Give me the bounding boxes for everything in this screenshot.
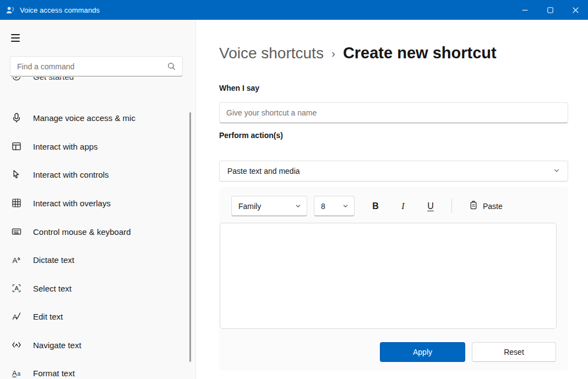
font-size-value: 8	[321, 202, 325, 211]
action-select[interactable]: Paste text and media	[219, 161, 568, 182]
sidebar-item-format-text[interactable]: A a Format text	[2, 360, 189, 379]
chevron-down-icon	[553, 167, 560, 175]
sidebar-scrollbar-thumb[interactable]	[189, 112, 191, 362]
sidebar-item-label: Interact with apps	[33, 142, 98, 151]
titlebar: Voice access commands	[0, 0, 588, 20]
edit-text-icon: A	[11, 311, 22, 322]
maximize-icon	[547, 7, 553, 13]
search-input[interactable]	[10, 62, 167, 71]
svg-text:A: A	[14, 285, 19, 292]
font-size-select[interactable]: 8	[314, 196, 355, 216]
svg-text:A: A	[12, 313, 17, 321]
sidebar-item-manage-voice-access[interactable]: Manage voice access & mic	[2, 105, 189, 131]
maximize-button[interactable]	[537, 0, 563, 20]
svg-text:a: a	[17, 371, 20, 377]
cursor-icon	[11, 169, 22, 180]
sidebar-item-label: Select text	[33, 284, 72, 293]
navigate-text-icon	[11, 339, 22, 350]
main-content: Voice shortcuts › Create new shortcut Wh…	[196, 20, 588, 379]
grid-overlay-icon	[11, 197, 22, 208]
command-search-box	[10, 56, 183, 76]
app-window-icon	[11, 141, 22, 152]
microphone-icon	[11, 112, 22, 123]
sidebar-item-label: Navigate text	[33, 340, 81, 350]
navigation-menu-button[interactable]	[7, 29, 29, 47]
select-text-icon: A	[11, 283, 22, 294]
sidebar-item-navigate-text[interactable]: Navigate text	[2, 332, 189, 358]
sidebar-item-label: Dictate text	[33, 255, 74, 265]
perform-actions-label: Perform action(s)	[219, 131, 283, 140]
page-title: Create new shortcut	[343, 44, 497, 62]
chevron-down-icon	[295, 202, 301, 211]
bold-button[interactable]: B	[364, 196, 386, 216]
when-i-say-label: When I say	[219, 84, 259, 92]
sidebar-item-interact-with-controls[interactable]: Interact with controls	[2, 161, 189, 188]
reset-button[interactable]: Reset	[472, 342, 556, 362]
dictate-icon: A	[11, 254, 22, 265]
sidebar-item-label: Interact with overlays	[33, 199, 111, 208]
svg-text:A: A	[12, 369, 17, 377]
voice-access-app-icon	[6, 6, 15, 15]
paste-button-label: Paste	[483, 202, 503, 211]
sidebar-item-dictate-text[interactable]: A Dictate text	[2, 246, 189, 273]
sidebar-item-label: Get started	[33, 77, 74, 81]
minimize-button[interactable]	[512, 0, 537, 20]
breadcrumb-separator-icon: ›	[331, 47, 335, 60]
shortcut-text-editor[interactable]	[220, 223, 557, 329]
sidebar-item-label: Manage voice access & mic	[33, 113, 135, 123]
sidebar-item-label: Edit text	[33, 312, 63, 321]
sidebar-item-interact-with-apps[interactable]: Interact with apps	[2, 133, 189, 160]
minimize-icon	[522, 7, 528, 13]
apply-button[interactable]: Apply	[380, 342, 465, 362]
italic-button[interactable]: I	[392, 196, 414, 216]
clipboard-icon	[469, 201, 478, 211]
search-icon	[167, 62, 176, 70]
paste-button[interactable]: Paste	[460, 196, 511, 216]
font-family-value: Family	[238, 202, 261, 211]
close-icon	[573, 7, 579, 13]
breadcrumb-voice-shortcuts[interactable]: Voice shortcuts	[219, 45, 324, 62]
sidebar-item-get-started-clipped[interactable]: Get started	[0, 77, 192, 86]
sidebar-item-edit-text[interactable]: A Edit text	[2, 303, 189, 329]
hamburger-icon	[11, 34, 20, 35]
sidebar-item-label: Control mouse & keyboard	[33, 227, 131, 237]
font-family-select[interactable]: Family	[231, 196, 307, 216]
sidebar-item-interact-with-overlays[interactable]: Interact with overlays	[2, 190, 189, 216]
close-button[interactable]	[563, 0, 588, 20]
sidebar: Get started Manage voice access & mic	[0, 20, 196, 379]
window-title: Voice access commands	[20, 6, 100, 14]
action-select-value: Paste text and media	[227, 167, 300, 175]
keyboard-icon	[11, 226, 22, 237]
voice-access-window: Voice access commands	[0, 0, 588, 379]
sidebar-item-label: Interact with controls	[33, 170, 109, 179]
sidebar-item-control-mouse-keyboard[interactable]: Control mouse & keyboard	[2, 218, 189, 245]
chevron-down-icon	[342, 202, 349, 211]
get-started-icon	[11, 77, 22, 82]
toolbar-divider	[451, 199, 452, 213]
shortcut-name-input[interactable]	[219, 102, 568, 123]
sidebar-item-label: Format text	[33, 369, 75, 378]
breadcrumb: Voice shortcuts › Create new shortcut	[219, 44, 497, 62]
underline-button[interactable]: U	[420, 196, 442, 216]
sidebar-item-select-text[interactable]: A Select text	[2, 275, 189, 301]
svg-text:A: A	[13, 256, 18, 265]
format-text-icon: A a	[11, 367, 22, 378]
